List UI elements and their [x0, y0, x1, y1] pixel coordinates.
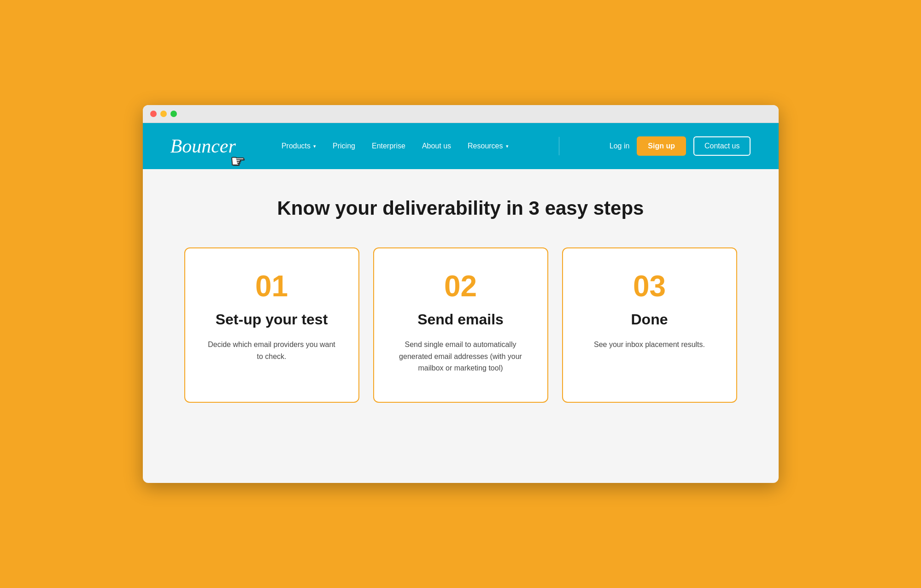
- step-title-3: Done: [631, 310, 668, 329]
- chevron-down-icon: ▾: [313, 143, 316, 149]
- step-number-2: 02: [444, 271, 477, 301]
- close-dot[interactable]: [150, 111, 157, 117]
- nav-actions: Log in Sign up Contact us: [610, 136, 751, 156]
- main-content: Know your deliverability in 3 easy steps…: [143, 169, 779, 440]
- nav-item-about[interactable]: About us: [422, 142, 451, 150]
- nav-divider: [559, 137, 559, 155]
- cursor-icon: ☛: [230, 152, 245, 171]
- nav-item-resources[interactable]: Resources ▾: [468, 142, 508, 150]
- step-desc-2: Send single email to automatically gener…: [396, 339, 525, 374]
- page-title: Know your deliverability in 3 easy steps: [180, 197, 742, 220]
- nav-link-products[interactable]: Products ▾: [282, 142, 316, 150]
- step-number-1: 01: [255, 271, 288, 301]
- minimize-dot[interactable]: [160, 111, 167, 117]
- steps-grid: 01 Set-up your test Decide which email p…: [184, 247, 737, 402]
- signup-button[interactable]: Sign up: [637, 136, 686, 156]
- browser-window: Bouncer ☛ Products ▾ Pricing: [143, 105, 779, 483]
- step-number-3: 03: [633, 271, 666, 301]
- step-card-3: 03 Done See your inbox placement results…: [562, 247, 737, 402]
- logo-wrapper: Bouncer ☛: [170, 135, 236, 157]
- step-desc-3: See your inbox placement results.: [594, 339, 705, 351]
- maximize-dot[interactable]: [170, 111, 177, 117]
- main-nav: Products ▾ Pricing Enterprise Ab: [282, 142, 509, 150]
- contact-button[interactable]: Contact us: [693, 136, 751, 156]
- step-card-1: 01 Set-up your test Decide which email p…: [184, 247, 359, 402]
- step-card-2: 02 Send emails Send single email to auto…: [373, 247, 548, 402]
- chevron-down-icon: ▾: [506, 143, 509, 149]
- nav-link-about[interactable]: About us: [422, 142, 451, 150]
- login-button[interactable]: Log in: [610, 142, 630, 150]
- nav-item-enterprise[interactable]: Enterprise: [372, 142, 405, 150]
- site-header: Bouncer ☛ Products ▾ Pricing: [143, 123, 779, 169]
- step-title-2: Send emails: [417, 310, 504, 329]
- browser-chrome: [143, 105, 779, 123]
- step-desc-1: Decide which email providers you want to…: [207, 339, 336, 362]
- site-logo[interactable]: Bouncer: [170, 135, 236, 157]
- nav-links: Products ▾ Pricing Enterprise Ab: [282, 142, 509, 150]
- nav-link-enterprise[interactable]: Enterprise: [372, 142, 405, 150]
- nav-link-resources[interactable]: Resources ▾: [468, 142, 508, 150]
- nav-item-products[interactable]: Products ▾: [282, 142, 316, 150]
- step-title-1: Set-up your test: [216, 310, 328, 329]
- nav-link-pricing[interactable]: Pricing: [333, 142, 355, 150]
- nav-item-pricing[interactable]: Pricing: [333, 142, 355, 150]
